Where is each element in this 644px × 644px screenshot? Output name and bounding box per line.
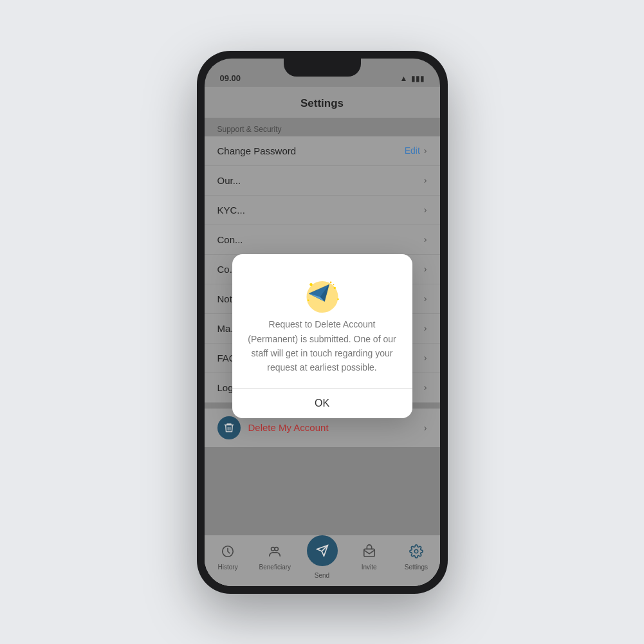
svg-point-14: [333, 284, 334, 286]
modal-card: Request to Delete Account (Permanent) is…: [232, 254, 412, 418]
phone-notch: [284, 59, 361, 77]
ok-button[interactable]: OK: [232, 389, 412, 418]
svg-point-13: [329, 282, 331, 284]
battery-icon: ▮▮▮: [411, 74, 425, 83]
wifi-icon: ▲: [400, 74, 408, 83]
svg-point-7: [333, 287, 336, 290]
phone-device: 09.00 ▲ ▮▮▮ Settings Support & Security …: [197, 51, 448, 594]
svg-point-9: [307, 300, 309, 302]
modal-body: Request to Delete Account (Permanent) is…: [232, 254, 412, 388]
status-time: 09.00: [220, 73, 241, 83]
screen-inner: Settings Support & Security Change Passw…: [205, 87, 440, 586]
modal-message: Request to Delete Account (Permanent) is…: [248, 317, 397, 375]
status-icons: ▲ ▮▮▮: [400, 74, 425, 83]
svg-point-6: [309, 283, 312, 286]
modal-overlay: Request to Delete Account (Permanent) is…: [205, 87, 440, 586]
modal-illustration: [300, 272, 345, 317]
svg-point-8: [337, 299, 339, 300]
settings-background: Settings Support & Security Change Passw…: [205, 87, 440, 586]
phone-screen: 09.00 ▲ ▮▮▮ Settings Support & Security …: [205, 59, 440, 586]
